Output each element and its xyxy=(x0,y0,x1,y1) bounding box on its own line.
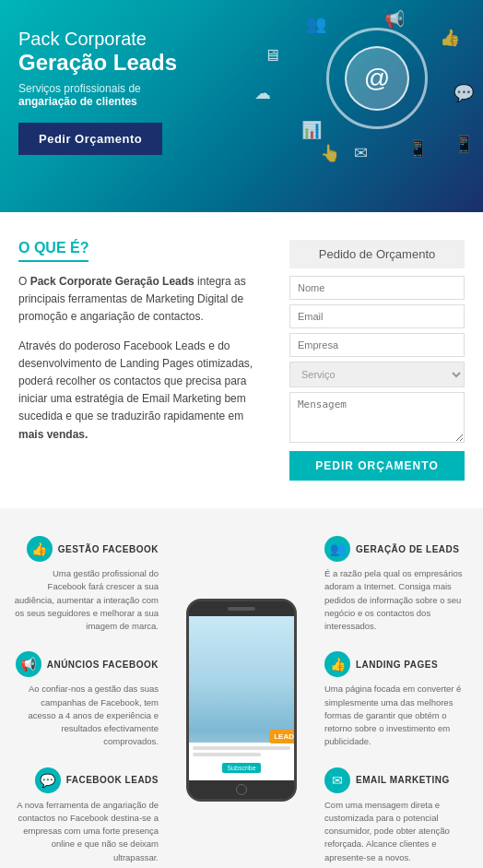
about-paragraph2: Através do poderoso Facebook Leads e do … xyxy=(18,338,271,444)
monitor-icon: 🖥 xyxy=(264,46,280,65)
phone-mockup-container: Subscribe LEAD xyxy=(168,536,315,864)
hero-title-line2: Geração Leads xyxy=(18,50,240,77)
email-icon: ✉ xyxy=(354,143,368,163)
phone-subscribe-row: Subscribe xyxy=(193,759,290,777)
phone-home-button xyxy=(236,784,247,795)
chat-icon: 💬 xyxy=(454,83,474,103)
hero-cta-button[interactable]: Pedir Orçamento xyxy=(18,123,162,155)
hand-icon: 👆 xyxy=(320,143,340,163)
features-right-column: 👥 GERAÇÃO DE LEADS É a razão pela qual o… xyxy=(324,536,469,864)
email-marketing-icon: ✉ xyxy=(324,767,350,793)
form-mensagem-textarea[interactable] xyxy=(289,392,465,443)
phone-line-2 xyxy=(193,753,261,756)
network-icon: 👥 xyxy=(306,14,326,34)
form-email-input[interactable] xyxy=(289,304,465,328)
form-empresa-input[interactable] xyxy=(289,333,465,357)
hero-illustration: @ 👥 🖥 ☁ 📊 ✉ 📱 💬 👍 📢 👆 📱 xyxy=(225,0,483,212)
about-section-title: O QUE É? xyxy=(18,240,88,262)
megaphone-icon: 📢 xyxy=(384,9,405,30)
hero-text-block: Pack Corporate Geração Leads Serviços pr… xyxy=(18,28,240,155)
quote-form: Pedido de Orçamento ServiçoGestão Facebo… xyxy=(289,240,465,481)
anuncios-icon: 📢 xyxy=(16,651,41,677)
features-section: GESTÃO FACEBOOK 👍 Uma gestão profissiona… xyxy=(0,508,483,868)
feature-leads-header: FACEBOOK LEADS 💬 xyxy=(35,767,159,793)
about-content: O QUE É? O Pack Corporate Geração Leads … xyxy=(18,240,271,481)
feature-geracao-leads: 👥 GERAÇÃO DE LEADS É a razão pela qual o… xyxy=(324,536,469,633)
form-nome-input[interactable] xyxy=(289,276,465,300)
about-paragraph1: O Pack Corporate Geração Leads integra a… xyxy=(18,273,271,327)
feature-landing-pages: 👍 LANDING PAGES Uma página focada em con… xyxy=(324,651,469,748)
hero-section: Pack Corporate Geração Leads Serviços pr… xyxy=(0,0,483,212)
geracao-icon: 👥 xyxy=(324,536,350,562)
feature-gestao-facebook: GESTÃO FACEBOOK 👍 Uma gestão profissiona… xyxy=(14,536,159,633)
hero-subtitle: Serviços profissionais de angariação de … xyxy=(18,82,240,108)
feature-anuncios-header: ANÚNCIOS FACEBOOK 📢 xyxy=(16,651,159,677)
feature-landing-header: 👍 LANDING PAGES xyxy=(324,651,438,677)
phone-mockup: Subscribe LEAD xyxy=(186,599,297,802)
form-servico-select[interactable]: ServiçoGestão FacebookAnúncios FacebookF… xyxy=(289,362,465,387)
feature-email-marketing: ✉ EMAIL MARKETING Com uma mensagem diret… xyxy=(324,767,469,864)
phone-speaker xyxy=(228,607,255,611)
about-section: O QUE É? O Pack Corporate Geração Leads … xyxy=(0,212,483,508)
phone-screen-content: Subscribe xyxy=(189,743,294,780)
hero-center-circle: @ xyxy=(326,28,428,129)
chart-icon: 📊 xyxy=(301,120,322,140)
landing-icon: 👍 xyxy=(324,651,350,677)
phone-subscribe-btn: Subscribe xyxy=(222,763,260,773)
feature-facebook-leads: FACEBOOK LEADS 💬 A nova ferramenta de an… xyxy=(14,767,159,864)
form-submit-button[interactable]: PEDIR ORÇAMENTO xyxy=(289,451,465,481)
feature-geracao-header: 👥 GERAÇÃO DE LEADS xyxy=(324,536,459,562)
tablet-icon: 📱 xyxy=(454,134,474,154)
features-left-column: GESTÃO FACEBOOK 👍 Uma gestão profissiona… xyxy=(14,536,159,864)
hero-title-line1: Pack Corporate xyxy=(18,28,240,50)
form-title: Pedido de Orçamento xyxy=(289,240,465,268)
phone-line-1 xyxy=(193,746,290,750)
feature-email-header: ✉ EMAIL MARKETING xyxy=(324,767,450,793)
gestao-icon: 👍 xyxy=(27,536,53,562)
feature-gestao-header: GESTÃO FACEBOOK 👍 xyxy=(27,536,159,562)
lead-badge: LEAD xyxy=(269,730,294,743)
feature-anuncios-facebook: ANÚNCIOS FACEBOOK 📢 Ao confiar-nos a ges… xyxy=(14,651,159,748)
phone-screen: Subscribe LEAD xyxy=(189,616,294,780)
facebook-leads-icon: 💬 xyxy=(35,767,61,793)
phone-icon: 📱 xyxy=(407,138,428,159)
cloud-icon: ☁ xyxy=(254,83,271,103)
phone-top-bar xyxy=(189,601,294,616)
hero-at-icon: @ xyxy=(345,46,409,111)
phone-bottom-bar xyxy=(189,780,294,799)
thumb-icon: 👍 xyxy=(440,28,460,48)
